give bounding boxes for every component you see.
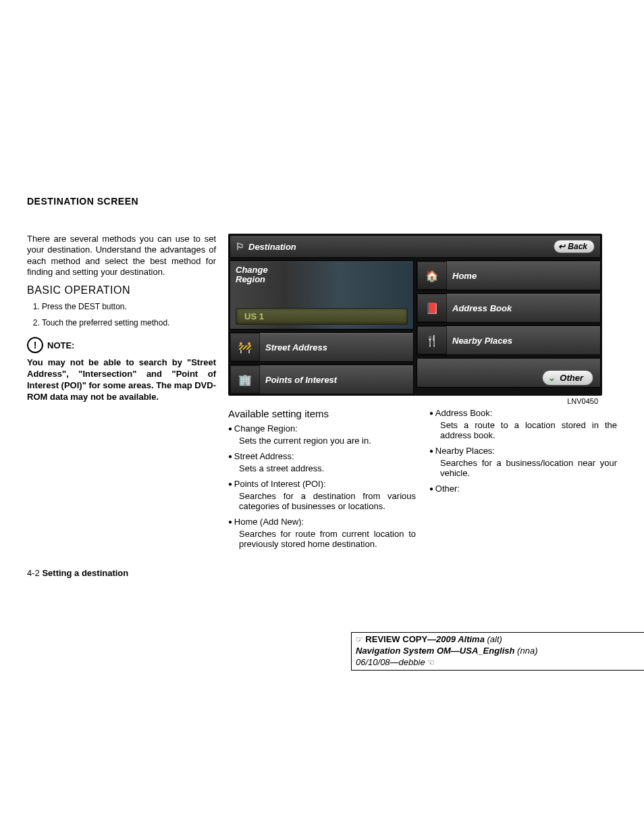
items-list-right: Address Book: Sets a route to a location… (429, 408, 617, 494)
destination-flag-icon: ⚐ (236, 241, 244, 252)
item-other: Other: (429, 484, 617, 494)
hand-left-icon: ☜ (427, 658, 435, 667)
review-copy-box: ☞ REVIEW COPY—2009 Altima (alt) Navigati… (351, 632, 644, 671)
address-book-button[interactable]: 📕 Address Book (417, 293, 601, 323)
poi-icon: 🏢 (230, 365, 260, 394)
step-2: Touch the preferred setting method. (42, 318, 216, 328)
poi-button[interactable]: 🏢 Points of Interest (230, 365, 414, 394)
item-street-address: Street Address: Sets a street address. (228, 451, 416, 473)
change-region-value: US 1 (236, 308, 408, 325)
item-home: Home (Add New): Searches for route from … (228, 517, 416, 549)
items-list-left: Change Region: Sets the current region y… (228, 423, 416, 549)
street-address-button[interactable]: 🚧 Street Address (230, 332, 414, 362)
review-line2b: (nna) (515, 646, 538, 656)
steps-list: Press the DEST button. Touch the preferr… (27, 302, 216, 328)
item-poi: Points of Interest (POI): Searches for a… (228, 479, 416, 511)
street-sign-icon: 🚧 (230, 333, 260, 361)
note-label: NOTE: (47, 340, 74, 350)
intro-paragraph: There are several methods you can use to… (27, 234, 216, 278)
chevron-down-icon: ⌄ (548, 373, 556, 383)
step-1: Press the DEST button. (42, 302, 216, 311)
page-section: Setting a destination (42, 568, 128, 578)
review-line1a: REVIEW COPY— (365, 634, 436, 644)
change-region-label: Change Region (236, 265, 408, 284)
home-label: Home (452, 271, 477, 281)
back-label: Back (568, 242, 587, 251)
street-address-label: Street Address (265, 342, 327, 353)
note-icon: ! (27, 337, 43, 353)
back-arrow-icon: ↩ (558, 242, 565, 251)
review-line2a: Navigation System OM—USA_English (356, 646, 515, 656)
nearby-icon: 🍴 (417, 326, 447, 355)
other-button[interactable]: ⌄ Other (542, 370, 593, 386)
left-text-column: There are several methods you can use to… (27, 234, 216, 554)
figure-id: LNV0450 (228, 397, 598, 405)
change-region-button[interactable]: Change Region US 1 (230, 261, 414, 330)
review-line1c: (alt) (485, 634, 502, 644)
review-line3: 06/10/08—debbie (356, 657, 425, 667)
page-footer: 4-2 Setting a destination (27, 568, 617, 578)
available-items-head: Available setting items (228, 408, 416, 419)
home-icon: 🏠 (417, 261, 447, 290)
destination-screen-figure: ⚐ Destination ↩ Back Change Region US 1 (228, 234, 602, 396)
screen-title: Destination (248, 242, 296, 252)
nearby-label: Nearby Places (452, 336, 512, 346)
other-button-row: ⌄ Other (417, 358, 601, 388)
hand-right-icon: ☞ (356, 635, 365, 644)
poi-label: Points of Interest (265, 375, 337, 385)
home-button[interactable]: 🏠 Home (417, 261, 601, 290)
section-heading: DESTINATION SCREEN (27, 196, 617, 207)
address-book-icon: 📕 (417, 294, 447, 322)
back-button[interactable]: ↩ Back (554, 240, 595, 253)
note-body: You may not be able to search by "Street… (27, 357, 216, 403)
page-number: 4-2 (27, 568, 42, 578)
item-nearby: Nearby Places: Searches for a business/l… (429, 446, 617, 478)
item-change-region: Change Region: Sets the current region y… (228, 423, 416, 446)
other-label: Other (560, 373, 583, 383)
nearby-places-button[interactable]: 🍴 Nearby Places (417, 325, 601, 355)
review-line1b: 2009 Altima (436, 634, 485, 644)
item-address-book: Address Book: Sets a route to a location… (429, 408, 617, 440)
address-book-label: Address Book (452, 303, 512, 313)
basic-operation-head: BASIC OPERATION (27, 284, 216, 296)
